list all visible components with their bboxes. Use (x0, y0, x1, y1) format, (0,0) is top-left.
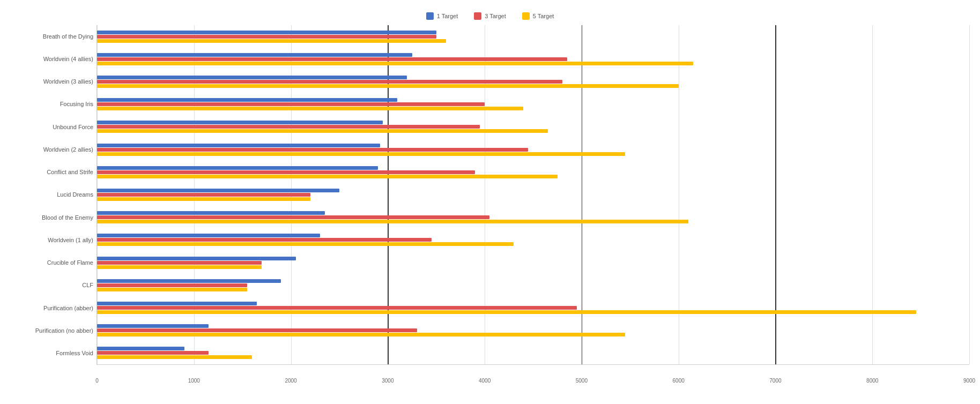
bar-orange (97, 288, 247, 291)
bar-group (97, 319, 969, 342)
bar-blue (97, 144, 380, 147)
bar-blue (97, 279, 281, 283)
y-label: Crucible of Flame (21, 259, 93, 266)
y-label: CLF (21, 282, 93, 289)
bar-red (97, 215, 489, 219)
bar-group (97, 116, 969, 138)
bar-blue (97, 211, 325, 215)
legend-item: 5 Target (522, 12, 554, 20)
bar-blue (97, 31, 436, 34)
x-tick: 9000 (963, 378, 975, 384)
bar-orange (97, 355, 252, 359)
bar-orange (97, 39, 446, 43)
x-tick: 8000 (866, 378, 878, 384)
bar-orange (97, 242, 514, 246)
bar-red (97, 170, 475, 174)
legend-label: 1 Target (437, 13, 458, 19)
y-label: Formless Void (21, 350, 93, 357)
legend-swatch (474, 12, 481, 20)
y-label: Worldvein (4 allies) (21, 56, 93, 63)
x-tick: 5000 (576, 378, 588, 384)
bar-blue (97, 166, 378, 170)
bar-blue (97, 53, 412, 57)
chart-container: 1 Target3 Target5 Target Breath of the D… (0, 0, 980, 404)
bar-orange (97, 84, 679, 88)
legend-label: 3 Target (485, 13, 506, 19)
y-axis-label (11, 25, 21, 365)
legend-item: 1 Target (426, 12, 458, 20)
bar-blue (97, 347, 184, 350)
bar-red (97, 283, 247, 287)
bar-orange (97, 265, 262, 269)
x-tick: 4000 (479, 378, 491, 384)
y-label: Breath of the Dying (21, 33, 93, 40)
y-label: Worldvein (2 allies) (21, 146, 93, 153)
bar-red (97, 238, 432, 242)
bar-group (97, 138, 969, 161)
x-tick: 1000 (188, 378, 200, 384)
bar-group (97, 274, 969, 296)
bar-group (97, 25, 969, 48)
bar-red (97, 193, 310, 197)
y-label: Worldvein (3 allies) (21, 78, 93, 85)
bar-red (97, 57, 567, 61)
x-tick: 0 (95, 378, 99, 384)
bar-orange (97, 220, 688, 223)
bar-group (97, 296, 969, 319)
y-label: Conflict and Strife (21, 169, 93, 176)
bar-group (97, 229, 969, 251)
bar-red (97, 306, 577, 310)
bar-group (97, 93, 969, 116)
legend-swatch (522, 12, 530, 20)
bar-group (97, 48, 969, 70)
bar-blue (97, 189, 339, 192)
legend-swatch (426, 12, 434, 20)
y-label: Lucid Dreams (21, 191, 93, 198)
bar-orange (97, 152, 625, 156)
y-label: Unbound Force (21, 124, 93, 131)
bar-blue (97, 234, 320, 237)
grid-line (969, 25, 970, 364)
y-label: Purification (no abber) (21, 327, 93, 334)
legend: 1 Target3 Target5 Target (11, 12, 969, 20)
bar-red (97, 351, 209, 355)
x-tick: 3000 (382, 378, 394, 384)
bar-orange (97, 333, 625, 336)
bar-group (97, 206, 969, 229)
bar-red (97, 35, 436, 39)
x-tick: 6000 (673, 378, 685, 384)
bar-group (97, 251, 969, 274)
bar-blue (97, 76, 407, 79)
bar-blue (97, 98, 397, 102)
bar-orange (97, 107, 523, 110)
x-tick: 7000 (769, 378, 781, 384)
chart-plot: 0100020003000400050006000700080009000 (96, 25, 969, 365)
bar-orange (97, 310, 916, 314)
bar-orange (97, 129, 548, 133)
y-label: Worldvein (1 ally) (21, 237, 93, 244)
y-label: Purification (abber) (21, 305, 93, 312)
y-label: Focusing Iris (21, 101, 93, 108)
y-label: Blood of the Enemy (21, 214, 93, 221)
x-tick: 2000 (285, 378, 296, 384)
bar-group (97, 342, 969, 364)
legend-label: 5 Target (533, 13, 554, 19)
bar-blue (97, 257, 296, 260)
bar-blue (97, 302, 257, 305)
bar-blue (97, 121, 383, 124)
bar-group (97, 183, 969, 206)
bar-red (97, 80, 562, 84)
bar-orange (97, 197, 310, 201)
bar-red (97, 102, 485, 106)
bar-blue (97, 324, 209, 328)
chart-body: Breath of the DyingWorldvein (4 allies)W… (11, 25, 969, 365)
bars-area (97, 25, 969, 364)
y-labels: Breath of the DyingWorldvein (4 allies)W… (21, 25, 96, 365)
bar-red (97, 328, 417, 332)
bar-red (97, 148, 528, 152)
bar-orange (97, 175, 558, 178)
legend-item: 3 Target (474, 12, 506, 20)
bar-group (97, 70, 969, 93)
bar-group (97, 161, 969, 183)
bar-orange (97, 62, 693, 65)
